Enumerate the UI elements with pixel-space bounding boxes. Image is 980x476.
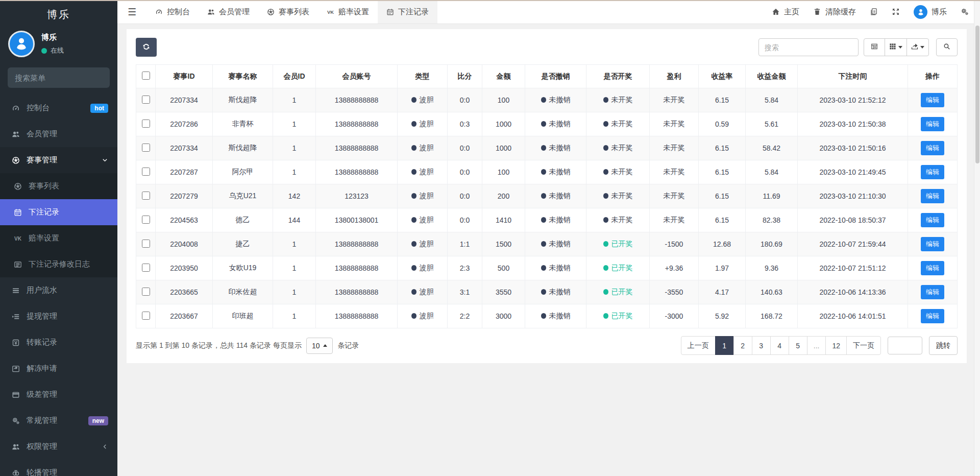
sidebar-item-permission-management[interactable]: 权限管理 — [0, 434, 117, 460]
columns-button[interactable] — [885, 38, 907, 56]
sidebar-item-match-management[interactable]: 赛事管理 — [0, 147, 117, 173]
page-size-select[interactable]: 10 — [306, 338, 333, 354]
row-checkbox[interactable] — [142, 216, 150, 224]
cell-income-amount: 180.69 — [746, 232, 798, 256]
pagination-ellipsis[interactable]: ... — [807, 336, 826, 355]
tab-odds-settings[interactable]: VK赔率设置 — [318, 0, 378, 23]
edit-button[interactable]: 编辑 — [921, 213, 944, 227]
vertical-scrollbar[interactable] — [974, 0, 980, 476]
sidebar-item-user-flow[interactable]: 用户流水 — [0, 277, 117, 303]
tab-bet-records[interactable]: 下注记录 — [378, 0, 437, 23]
calendar-icon — [386, 8, 394, 16]
topnav-item-label: 清除缓存 — [825, 7, 856, 17]
cell-amount: 1410 — [482, 208, 525, 232]
pagination-page[interactable]: 2 — [733, 336, 752, 355]
cell-member-account: 123123 — [316, 184, 398, 208]
pagination-page[interactable]: 3 — [752, 336, 771, 355]
topnav-user[interactable]: 博乐 — [914, 5, 947, 19]
sidebar-item-carousel-management[interactable]: 轮播管理 — [0, 460, 117, 476]
edit-button[interactable]: 编辑 — [921, 93, 944, 107]
cell-cancel-status: 未撤销 — [525, 232, 586, 256]
topnav-settings[interactable] — [961, 8, 969, 16]
table-search-input[interactable] — [758, 38, 859, 56]
cell-event-name: 斯伐超降 — [213, 88, 273, 112]
menu-toggle-icon[interactable]: ☰ — [117, 0, 146, 23]
select-all-checkbox[interactable] — [142, 72, 150, 80]
pagination-page[interactable]: 1 — [715, 336, 734, 355]
sidebar-item-level-diff-management[interactable]: 级差管理 — [0, 382, 117, 408]
edit-button[interactable]: 编辑 — [921, 237, 944, 251]
cell-bet-type: 波胆 — [398, 88, 448, 112]
topnav-clear-cache[interactable]: 清除缓存 — [813, 7, 856, 17]
cell-score: 3:1 — [448, 280, 482, 304]
jump-page-input[interactable] — [888, 337, 922, 354]
edit-button[interactable]: 编辑 — [921, 285, 944, 299]
edit-button[interactable]: 编辑 — [921, 117, 944, 131]
cell-bet-type: 波胆 — [398, 280, 448, 304]
cell-cancel-status: 未撤销 — [525, 160, 586, 184]
topnav-item-label: 博乐 — [932, 7, 947, 17]
cell-member-id: 1 — [273, 304, 316, 328]
pagination-prev[interactable]: 上一页 — [681, 336, 716, 355]
topnav-docs[interactable] — [870, 8, 878, 16]
sidebar-item-odds-settings[interactable]: VK赔率设置 — [0, 225, 117, 251]
pagination-next[interactable]: 下一页 — [846, 336, 881, 355]
user-avatar[interactable] — [8, 31, 35, 57]
topnav-home[interactable]: 主页 — [772, 7, 799, 17]
sidebar-item-bet-records[interactable]: 下注记录 — [0, 199, 117, 225]
jump-button[interactable]: 跳转 — [929, 336, 958, 355]
sidebar-item-match-list[interactable]: 赛事列表 — [0, 173, 117, 199]
sidebar-item-unfreeze-requests[interactable]: 解冻申请 — [0, 355, 117, 382]
export-button[interactable] — [906, 38, 929, 56]
sidebar-item-console[interactable]: 控制台hot — [0, 95, 117, 121]
tab-member-management[interactable]: 会员管理 — [199, 0, 258, 23]
cell-profit-rate: 6.15 — [699, 88, 746, 112]
menu-search-input[interactable] — [8, 67, 110, 88]
sidebar-item-withdrawal-management[interactable]: 提现管理 — [0, 303, 117, 329]
row-checkbox[interactable] — [142, 192, 150, 200]
scrollbar-thumb[interactable] — [975, 26, 979, 163]
detail-view-button[interactable] — [864, 38, 885, 56]
topnav-fullscreen[interactable] — [892, 8, 900, 16]
cell-bet-type: 波胆 — [398, 112, 448, 136]
edit-button[interactable]: 编辑 — [921, 309, 944, 323]
sidebar-item-member-management[interactable]: 会员管理 — [0, 121, 117, 147]
tab-console[interactable]: 控制台 — [146, 0, 199, 23]
tab-match-list[interactable]: 赛事列表 — [258, 0, 318, 23]
refresh-button[interactable] — [136, 38, 157, 57]
advanced-search-button[interactable] — [936, 38, 958, 56]
row-checkbox[interactable] — [142, 96, 150, 104]
edit-button[interactable]: 编辑 — [921, 165, 944, 179]
pagination-page[interactable]: 4 — [770, 336, 789, 355]
chevron-left-icon — [102, 443, 108, 450]
row-checkbox[interactable] — [142, 312, 150, 320]
sidebar-item-bet-record-edit-log[interactable]: 下注记录修改日志 — [0, 251, 117, 277]
row-checkbox[interactable] — [142, 168, 150, 176]
cell-bet-time: 2022-10-07 21:51:12 — [798, 256, 908, 280]
user-status-label: 在线 — [51, 46, 64, 55]
cell-amount: 1500 — [482, 232, 525, 256]
sidebar-item-general-management[interactable]: 常规管理new — [0, 408, 117, 434]
hot-badge: hot — [90, 104, 108, 113]
brand-title: 博乐 — [0, 0, 117, 28]
pagination-page[interactable]: 5 — [789, 336, 807, 355]
edit-button[interactable]: 编辑 — [921, 141, 944, 155]
row-checkbox[interactable] — [142, 144, 150, 152]
sidebar-item-transfer-records[interactable]: 转账记录 — [0, 329, 117, 355]
row-checkbox[interactable] — [142, 288, 150, 296]
status-text: 已开奖 — [611, 312, 633, 320]
refresh-icon — [142, 43, 150, 52]
cell-event-name: 女欧U19 — [213, 256, 273, 280]
row-checkbox[interactable] — [142, 264, 150, 272]
status-dot-icon — [603, 145, 608, 151]
column-header: 会员ID — [273, 65, 316, 88]
edit-button[interactable]: 编辑 — [921, 189, 944, 203]
pagination-page[interactable]: 12 — [825, 336, 847, 355]
row-checkbox[interactable] — [142, 120, 150, 128]
cell-profit-rate: 5.92 — [699, 304, 746, 328]
row-checkbox[interactable] — [142, 240, 150, 248]
cell-bet-type: 波胆 — [398, 136, 448, 160]
edit-button[interactable]: 编辑 — [921, 261, 944, 275]
toolbar-right — [758, 38, 958, 56]
cell-bet-time: 2022-10-08 18:50:37 — [798, 208, 908, 232]
